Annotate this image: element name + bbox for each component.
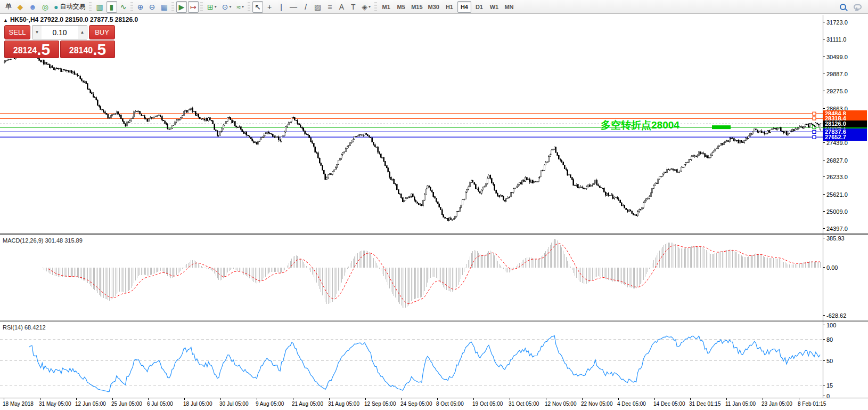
price-axis-label: 31111.0: [826, 36, 846, 43]
tile-windows-icon[interactable]: ▦: [159, 1, 170, 13]
time-axis-tick: [184, 398, 185, 400]
rsi-axis-label: 100: [826, 322, 836, 328]
timeframe-m15[interactable]: M15: [409, 1, 424, 13]
horizontal-line-icon[interactable]: —: [288, 1, 299, 13]
sell-price-button[interactable]: 28124.5: [4, 41, 59, 58]
chart-window: ▲HK50-,H4 27922.0 28150.0 27877.5 28126.…: [0, 14, 868, 410]
price-axis-label: 24397.0: [826, 226, 848, 232]
toolbar-group: ↖+|—/▨≡AT◈▾: [252, 0, 373, 14]
time-axis-tick: [437, 398, 438, 400]
axis-tick: [823, 39, 825, 39]
arrows-icon[interactable]: ◈▾: [359, 1, 373, 13]
signals-icon: ◎: [42, 3, 48, 11]
channel-icon[interactable]: ▨: [312, 1, 323, 13]
timeframe-m1[interactable]: M1: [379, 1, 393, 13]
dropdown-caret-icon[interactable]: ▾: [242, 4, 244, 9]
history-book-icon[interactable]: ◆: [15, 1, 26, 13]
time-axis-label: 31 Oct 05:00: [509, 401, 539, 407]
new-order-button[interactable]: 单: [2, 1, 14, 13]
cursor-icon[interactable]: ↖: [252, 1, 263, 13]
price-axis-label: 29887.0: [826, 71, 848, 77]
buy-price-int: 28140: [69, 44, 93, 57]
collapse-arrow-icon[interactable]: ▲: [3, 18, 8, 23]
line-handle[interactable]: [813, 117, 816, 120]
auto-scroll-icon[interactable]: ▶: [176, 1, 187, 13]
time-axis-label: 18 May 2018: [3, 401, 34, 407]
macd-label: MACD(12,26,9) 301.48 315.89: [3, 237, 83, 244]
volume-input[interactable]: [42, 26, 78, 39]
chart-shift-icon[interactable]: ↦: [188, 1, 199, 13]
auto-trading-button: ●: [54, 3, 58, 11]
zoom-out-icon[interactable]: ⊖: [147, 1, 158, 13]
toolbar-group: ⊞▾⊙▾≈▾: [204, 0, 247, 14]
macd-axis-label: 0.00: [826, 264, 838, 271]
time-axis-tick: [690, 398, 691, 400]
label-icon[interactable]: T: [348, 1, 358, 13]
axis-tick: [823, 339, 825, 340]
trendline-icon[interactable]: /: [300, 1, 311, 13]
line-handle[interactable]: [813, 135, 816, 139]
candlestick-series: [4, 51, 821, 222]
indicators-add-icon[interactable]: ⊞▾: [205, 1, 219, 13]
template-icon[interactable]: ≈▾: [234, 1, 246, 13]
rsi-axis-label: 80: [826, 336, 833, 343]
axis-tick: [823, 238, 825, 238]
volume-increase-button[interactable]: ▲: [78, 26, 87, 39]
profile-icon[interactable]: ☻: [27, 1, 39, 13]
dropdown-caret-icon[interactable]: ▾: [369, 4, 371, 9]
toolbar-separator: [248, 2, 250, 12]
volume-decrease-button[interactable]: ▼: [32, 26, 42, 39]
price-axis-label: 30499.0: [826, 54, 848, 60]
timeframe-m30[interactable]: M30: [426, 1, 441, 13]
line-chart-icon[interactable]: ∿: [118, 1, 129, 13]
rsi-line: [29, 336, 820, 392]
bar-chart-icon[interactable]: ▥: [94, 1, 105, 13]
vertical-line-icon[interactable]: |: [276, 1, 286, 13]
signals-icon[interactable]: ◎: [40, 1, 51, 13]
timeframe-m5[interactable]: M5: [394, 1, 408, 13]
sell-button[interactable]: SELL: [4, 25, 30, 39]
timeframe-h4[interactable]: H4: [457, 1, 471, 13]
rsi-axis-label: 0: [826, 393, 830, 399]
dropdown-caret-icon[interactable]: ▾: [215, 4, 217, 9]
chart-shift-icon: ↦: [190, 3, 196, 11]
macd-panel-canvas[interactable]: [0, 235, 823, 320]
auto-trading-button[interactable]: ●自动交易: [52, 1, 87, 13]
fibonacci-icon: ≡: [327, 3, 332, 11]
timeframe-h1[interactable]: H1: [443, 1, 456, 13]
trendline-icon: /: [305, 3, 307, 11]
turning-point-annotation[interactable]: 多空转折点28004: [601, 118, 679, 132]
fibonacci-icon[interactable]: ≡: [324, 1, 335, 13]
text-icon[interactable]: A: [336, 1, 347, 13]
search-icon[interactable]: [840, 4, 846, 10]
periods-clock-icon[interactable]: ⊙▾: [220, 1, 234, 13]
bar-chart-icon: ▥: [96, 3, 103, 11]
timeframe-group: M1M5M15M30H1H4D1W1MN: [379, 0, 517, 14]
candlestick-chart-icon[interactable]: ▮: [107, 1, 117, 13]
toolbar-group: ▶↦: [176, 0, 199, 14]
buy-price-button[interactable]: 28140.5: [60, 41, 115, 58]
channel-icon: ▨: [314, 3, 321, 11]
rsi-panel-canvas[interactable]: [0, 321, 823, 398]
toolbar: 单◆☻◎●自动交易▥▮∿⊕⊖▦▶↦⊞▾⊙▾≈▾↖+|—/▨≡AT◈▾M1M5M1…: [0, 0, 868, 14]
zoom-in-icon[interactable]: ⊕: [135, 1, 146, 13]
vertical-line-icon: |: [280, 3, 282, 11]
axis-tick: [823, 57, 825, 57]
time-axis-label: 18 Jul 05:00: [183, 401, 212, 407]
timeframe-w1[interactable]: W1: [487, 1, 501, 13]
rsi-axis-label: 50: [826, 358, 833, 364]
sell-price-int: 28124: [13, 44, 37, 57]
line-handle[interactable]: [813, 130, 816, 133]
dropdown-caret-icon[interactable]: ▾: [229, 4, 231, 9]
buy-button[interactable]: BUY: [89, 25, 115, 39]
crosshair-icon[interactable]: +: [264, 1, 275, 13]
main-chart-canvas[interactable]: [0, 15, 823, 233]
turning-point-highlight[interactable]: [712, 125, 731, 129]
timeframe-d1[interactable]: D1: [472, 1, 486, 13]
template-icon: ≈: [236, 3, 241, 11]
timeframe-mn[interactable]: MN: [502, 1, 516, 13]
axis-tick: [823, 360, 825, 361]
time-axis-tick: [799, 398, 799, 400]
line-handle[interactable]: [813, 112, 816, 115]
chat-icon[interactable]: [854, 4, 862, 10]
